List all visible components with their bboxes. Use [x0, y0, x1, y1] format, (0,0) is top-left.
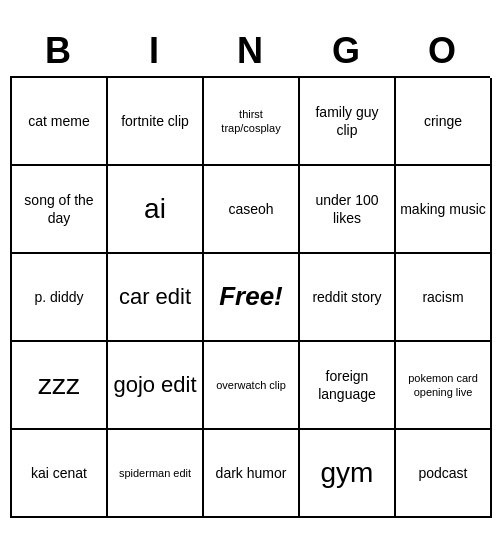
- bingo-cell[interactable]: foreign language: [300, 342, 396, 430]
- cell-text: Free!: [219, 280, 283, 314]
- cell-text: zzz: [38, 367, 80, 403]
- bingo-cell[interactable]: overwatch clip: [204, 342, 300, 430]
- bingo-cell[interactable]: podcast: [396, 430, 492, 518]
- bingo-cell[interactable]: Free!: [204, 254, 300, 342]
- letter-b: B: [14, 30, 102, 72]
- cell-text: thirst trap/cosplay: [208, 107, 294, 136]
- bingo-cell[interactable]: making music: [396, 166, 492, 254]
- bingo-cell[interactable]: thirst trap/cosplay: [204, 78, 300, 166]
- bingo-cell[interactable]: caseoh: [204, 166, 300, 254]
- letter-i: I: [110, 30, 198, 72]
- bingo-cell[interactable]: zzz: [12, 342, 108, 430]
- cell-text: dark humor: [216, 464, 287, 482]
- bingo-cell[interactable]: reddit story: [300, 254, 396, 342]
- cell-text: kai cenat: [31, 464, 87, 482]
- cell-text: pokemon card opening live: [400, 371, 486, 400]
- cell-text: podcast: [418, 464, 467, 482]
- cell-text: foreign language: [304, 367, 390, 403]
- bingo-cell[interactable]: ai: [108, 166, 204, 254]
- bingo-cell[interactable]: car edit: [108, 254, 204, 342]
- bingo-cell[interactable]: racism: [396, 254, 492, 342]
- bingo-header: B I N G O: [10, 26, 490, 76]
- bingo-cell[interactable]: gojo edit: [108, 342, 204, 430]
- bingo-cell[interactable]: cat meme: [12, 78, 108, 166]
- bingo-cell[interactable]: spiderman edit: [108, 430, 204, 518]
- bingo-cell[interactable]: fortnite clip: [108, 78, 204, 166]
- bingo-cell[interactable]: family guy clip: [300, 78, 396, 166]
- cell-text: song of the day: [16, 191, 102, 227]
- cell-text: cringe: [424, 112, 462, 130]
- cell-text: ai: [144, 191, 166, 227]
- cell-text: spiderman edit: [119, 466, 191, 480]
- bingo-grid: cat memefortnite clipthirst trap/cosplay…: [10, 76, 490, 518]
- cell-text: car edit: [119, 283, 191, 312]
- bingo-cell[interactable]: dark humor: [204, 430, 300, 518]
- cell-text: gojo edit: [113, 371, 196, 400]
- cell-text: racism: [422, 288, 463, 306]
- bingo-cell[interactable]: under 100 likes: [300, 166, 396, 254]
- cell-text: gym: [321, 455, 374, 491]
- cell-text: under 100 likes: [304, 191, 390, 227]
- cell-text: making music: [400, 200, 486, 218]
- letter-g: G: [302, 30, 390, 72]
- cell-text: p. diddy: [34, 288, 83, 306]
- cell-text: reddit story: [312, 288, 381, 306]
- bingo-card: B I N G O cat memefortnite clipthirst tr…: [10, 26, 490, 518]
- bingo-cell[interactable]: cringe: [396, 78, 492, 166]
- cell-text: family guy clip: [304, 103, 390, 139]
- letter-o: O: [398, 30, 486, 72]
- bingo-cell[interactable]: p. diddy: [12, 254, 108, 342]
- bingo-cell[interactable]: gym: [300, 430, 396, 518]
- letter-n: N: [206, 30, 294, 72]
- bingo-cell[interactable]: kai cenat: [12, 430, 108, 518]
- cell-text: overwatch clip: [216, 378, 286, 392]
- cell-text: cat meme: [28, 112, 89, 130]
- bingo-cell[interactable]: song of the day: [12, 166, 108, 254]
- cell-text: fortnite clip: [121, 112, 189, 130]
- cell-text: caseoh: [228, 200, 273, 218]
- bingo-cell[interactable]: pokemon card opening live: [396, 342, 492, 430]
